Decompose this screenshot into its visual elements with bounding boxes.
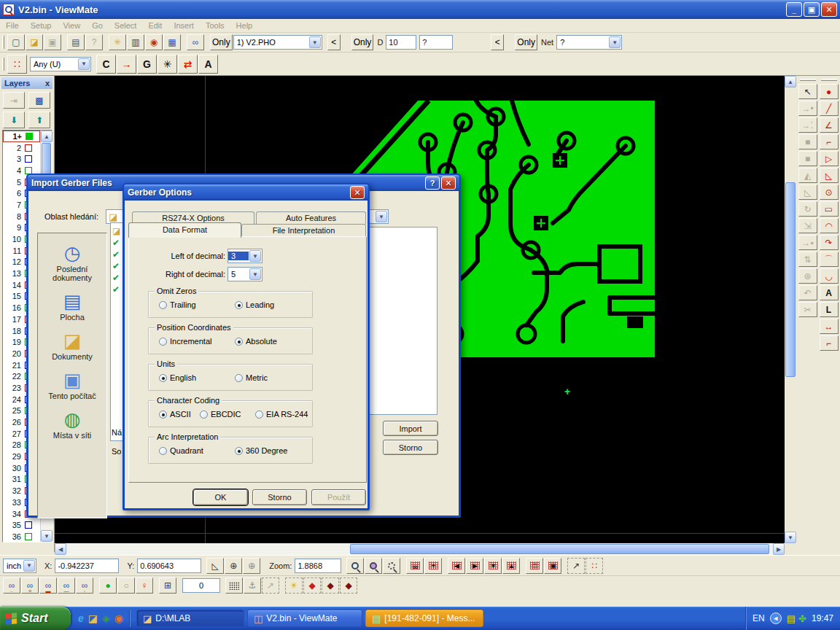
draw-arc-icon[interactable]: ⌒ — [820, 252, 839, 267]
scroll-left-icon[interactable]: ◀ — [55, 543, 66, 555]
corner-bracket-icon[interactable]: ⌐ — [820, 335, 839, 351]
only-layer-button[interactable]: Only — [210, 34, 233, 50]
radio-icon[interactable] — [235, 447, 243, 455]
zoom-input[interactable] — [295, 559, 341, 573]
text-l-icon[interactable]: L — [820, 302, 839, 317]
layer-row[interactable]: 2 — [3, 142, 40, 154]
layers-close-icon[interactable]: x — [45, 79, 50, 88]
angle-measure-icon[interactable]: ◺ — [206, 558, 224, 574]
language-indicator[interactable]: EN — [752, 613, 765, 623]
menu-tools[interactable]: Tools — [200, 20, 230, 31]
radio-icon[interactable] — [159, 447, 167, 455]
place-my-computer[interactable]: ▣Tento počítač — [39, 370, 106, 400]
probe-origin-icon[interactable]: ⊕ — [243, 558, 260, 574]
film-colors-icon[interactable]: ▦ — [163, 34, 181, 50]
anchor-icon[interactable]: ⚓ — [244, 578, 261, 594]
offset-input[interactable] — [182, 578, 220, 593]
scroll-down-icon[interactable]: ▼ — [785, 532, 796, 543]
import-cancel-button[interactable]: Storno — [383, 440, 438, 455]
restore-button[interactable]: ▣ — [804, 2, 820, 17]
tab-auto-features[interactable]: Auto Features — [256, 211, 366, 224]
only-dcode-button[interactable]: Only — [351, 34, 374, 50]
combo-arrow-icon[interactable]: ▼ — [249, 250, 261, 262]
tray-card-icon[interactable]: ▤ — [787, 614, 796, 623]
layer-combo[interactable]: 1) V2.PHO ▼ — [233, 35, 322, 50]
radio-icon[interactable] — [159, 374, 167, 382]
layer-row[interactable]: 35 — [3, 519, 40, 531]
text-a-icon[interactable]: A — [820, 285, 839, 300]
radio-metric[interactable]: Metric — [235, 373, 268, 382]
grid-snap-icon[interactable]: □ — [526, 558, 543, 574]
star-tool-icon[interactable]: ✳ — [158, 55, 177, 74]
draw-open-polygon-icon[interactable]: ▷ — [820, 151, 839, 166]
green-book-icon[interactable]: ◈ — [102, 613, 110, 623]
draw-corner-icon[interactable]: ⌐ — [820, 134, 839, 149]
x-coordinate-input[interactable] — [55, 559, 119, 573]
radio-icon[interactable] — [159, 411, 167, 419]
arrow-right-tool-icon[interactable]: → — [117, 55, 136, 74]
pan-left-icon[interactable]: ◀ — [448, 558, 465, 574]
radio-icon[interactable] — [255, 411, 263, 419]
flash-select-icon[interactable]: ☀ — [285, 578, 303, 594]
place-documents[interactable]: ◪Dokumenty — [39, 331, 106, 361]
pan-up-icon[interactable]: ▲ — [502, 558, 520, 574]
fill-square-icon[interactable]: ■ — [798, 134, 817, 149]
radio-icon[interactable] — [235, 301, 243, 309]
firefox-icon[interactable]: ◉ — [114, 613, 123, 623]
menu-help[interactable]: Help — [230, 20, 259, 31]
scroll-up-icon[interactable]: ▲ — [785, 76, 796, 88]
prev-dcode-button[interactable]: < — [491, 34, 504, 50]
place-network-places[interactable]: ◍Místa v síti — [39, 410, 106, 440]
gerber-dialog-title-bar[interactable]: Gerber Options ✕ — [124, 184, 368, 201]
taskbar-task[interactable]: ◪D:\MLAB — [136, 610, 244, 627]
taskbar-task[interactable]: ▤[191-482-091] - Mess... — [365, 610, 483, 627]
radio-icon[interactable] — [200, 411, 208, 419]
draw-polyline-icon[interactable]: ∠ — [820, 117, 839, 133]
zoom-window-icon[interactable] — [365, 558, 382, 574]
diamond-dark-1-icon[interactable]: ◆ — [322, 578, 339, 594]
menu-file[interactable]: File — [0, 20, 25, 31]
filter-combo[interactable]: Any (U) ▼ — [30, 57, 91, 71]
radio-english[interactable]: English — [159, 373, 196, 382]
unit-combo-arrow-icon[interactable]: ▼ — [23, 560, 35, 572]
layer-down-button[interactable]: ⬇ — [3, 112, 25, 128]
tab-data-format[interactable]: Data Format — [128, 222, 241, 238]
dimension-icon[interactable]: ↔ — [820, 319, 839, 334]
glasses-icon[interactable]: ∞ — [187, 34, 204, 50]
cancel-button[interactable]: Storno — [252, 489, 307, 505]
menu-view[interactable]: View — [57, 20, 86, 31]
prev-layer-button[interactable]: < — [327, 34, 341, 50]
draw-triangle-icon[interactable]: ◺ — [820, 168, 839, 183]
layer-up-button[interactable]: ⬆ — [28, 112, 50, 128]
tray-collapse-icon[interactable]: ◄ — [770, 612, 782, 624]
radio-icon[interactable] — [159, 338, 167, 346]
draw-sketch-icon[interactable]: ◡ — [820, 268, 839, 284]
layer-color-swatch[interactable] — [25, 533, 32, 540]
pan-down-icon[interactable]: ▼ — [484, 558, 502, 574]
fill-square-2-icon[interactable]: ■ — [798, 151, 817, 166]
only-net-button[interactable]: Only — [515, 34, 537, 50]
grid-origin-icon[interactable]: ₒₒ — [406, 558, 424, 574]
net-combo-arrow-icon[interactable]: ▼ — [609, 36, 621, 48]
net-combo[interactable]: ? ▼ — [556, 35, 622, 50]
select-cursor-icon[interactable]: ↖ — [798, 84, 817, 99]
redraw-icon[interactable]: ✳ — [109, 34, 126, 50]
toolbar-grip[interactable] — [2, 36, 4, 49]
radio-icon[interactable] — [235, 338, 243, 346]
snap-vector-icon[interactable]: ↗ — [262, 578, 279, 594]
gerber-close-button[interactable]: ✕ — [350, 186, 365, 199]
search-combo-arrow-icon[interactable]: ▼ — [376, 211, 387, 222]
tab-file-interpretation[interactable]: File Interpretation — [241, 224, 366, 237]
import-help-button[interactable]: ? — [425, 176, 440, 190]
layer-colors-button[interactable]: ▩ — [28, 92, 50, 109]
net-arrows-tool-icon[interactable]: ⇄ — [178, 55, 198, 74]
menu-go[interactable]: Go — [86, 20, 109, 31]
radio-absolute[interactable]: Absolute — [235, 337, 277, 346]
close-button[interactable]: ✕ — [821, 2, 837, 17]
radio-ascii[interactable]: ASCII — [159, 410, 191, 419]
g-code-tool-icon[interactable]: G — [137, 55, 157, 74]
print-icon[interactable]: ▤ — [67, 34, 85, 50]
dcode-query-input[interactable] — [419, 35, 453, 50]
grid-snap-red-icon[interactable]: ▣ — [544, 558, 561, 574]
combo-arrow-icon[interactable]: ▼ — [249, 268, 261, 280]
